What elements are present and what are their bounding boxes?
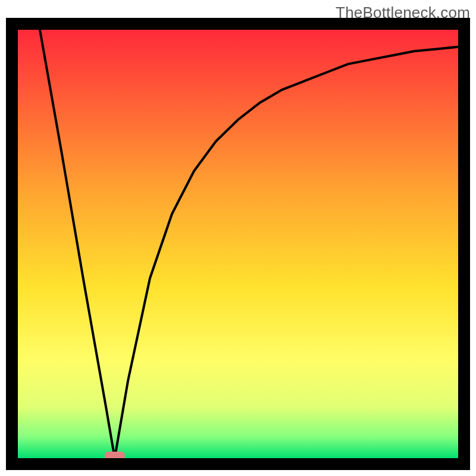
chart-container: TheBottleneck.com — [0, 0, 476, 476]
gradient-background — [18, 30, 458, 458]
bottleneck-chart — [0, 0, 476, 476]
watermark-text: TheBottleneck.com — [336, 4, 470, 22]
